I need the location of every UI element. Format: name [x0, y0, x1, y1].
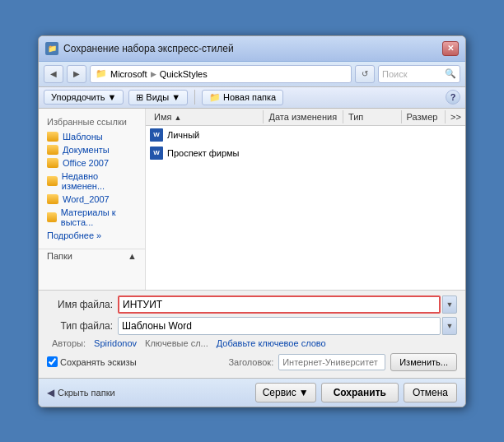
new-folder-button[interactable]: 📁 Новая папка	[202, 90, 283, 105]
authors-label: Авторы:	[52, 338, 86, 348]
hide-folders-label: Скрыть папки	[58, 388, 115, 398]
folder-icon	[47, 145, 58, 155]
column-header-date[interactable]: Дата изменения	[264, 110, 343, 123]
new-folder-label: Новая папка	[223, 92, 276, 102]
thumbnails-checkbox[interactable]	[47, 356, 58, 367]
filename-row: Имя файла: ▼	[47, 295, 457, 314]
folder-icon	[47, 158, 58, 168]
folder-icon	[47, 132, 58, 142]
word-icon: W	[150, 128, 163, 142]
cancel-button[interactable]: Отмена	[404, 383, 457, 402]
back-button[interactable]: ◀	[44, 65, 63, 83]
heading-input[interactable]	[278, 354, 385, 370]
sidebar-item-recent[interactable]: Недавно изменен...	[39, 170, 145, 193]
service-arrow-icon: ▼	[299, 387, 309, 398]
breadcrumb-separator: ▶	[151, 70, 156, 78]
sort-icon: ▲	[175, 114, 182, 122]
refresh-button[interactable]: ↺	[355, 65, 375, 83]
sidebar-item-templates[interactable]: Шаблоны	[39, 130, 145, 143]
bottom-section: Имя файла: ▼ Тип файла: ▼ Авторы: Spirid…	[39, 290, 465, 378]
save-button[interactable]: Сохранить	[321, 383, 399, 402]
file-list-header: Имя ▲ Дата изменения Тип Размер >>	[146, 109, 465, 126]
search-box[interactable]: Поиск 🔍	[378, 65, 460, 83]
file-name: Личный	[167, 130, 291, 140]
folders-label: Папки	[47, 251, 72, 261]
help-button[interactable]: ?	[446, 90, 460, 105]
hide-folders-btn[interactable]: ◀ Скрыть папки	[47, 387, 115, 398]
forward-button[interactable]: ▶	[67, 65, 86, 83]
organize-arrow-icon: ▼	[107, 92, 116, 102]
new-folder-icon: 📁	[209, 92, 221, 103]
nav-toolbar: ◀ ▶ 📁 Microsoft ▶ QuickStyles ↺ Поиск 🔍	[39, 62, 465, 87]
filename-label: Имя файла:	[47, 299, 113, 310]
change-button[interactable]: Изменить...	[390, 353, 457, 371]
filename-dropdown-arrow[interactable]: ▼	[442, 295, 457, 314]
column-header-name[interactable]: Имя ▲	[149, 110, 264, 123]
folder-icon: 📁	[96, 68, 107, 79]
save-dialog: 📁 Сохранение набора экспресс-стилей ✕ ◀ …	[38, 35, 466, 407]
search-icon: 🔍	[445, 68, 456, 79]
sidebar-item-label: Недавно изменен...	[62, 171, 137, 191]
heading-label: Заголовок:	[228, 357, 273, 367]
options-row: Сохранять эскизы Заголовок: Изменить...	[47, 351, 457, 373]
keywords-link[interactable]: Добавьте ключевое слово	[217, 338, 326, 348]
sidebar-item-office2007[interactable]: Office 2007	[39, 156, 145, 170]
sidebar-item-documents[interactable]: Документы	[39, 143, 145, 156]
authors-value[interactable]: Spiridonov	[94, 338, 137, 348]
folders-arrow-icon: ▲	[128, 251, 137, 261]
file-icon: W	[149, 147, 164, 160]
column-header-size[interactable]: Размер	[402, 110, 446, 123]
views-button[interactable]: ⊞ Виды ▼	[128, 90, 188, 105]
sidebar-item-label: Word_2007	[63, 194, 110, 204]
filetype-dropdown-arrow[interactable]: ▼	[442, 317, 457, 335]
footer: ◀ Скрыть папки Сервис ▼ Сохранить Отмена	[39, 378, 465, 407]
breadcrumb-root: Microsoft	[110, 69, 147, 79]
service-button[interactable]: Сервис ▼	[255, 383, 316, 402]
thumbnails-checkbox-label[interactable]: Сохранять эскизы	[47, 356, 137, 367]
filetype-input-wrap: ▼	[118, 317, 457, 335]
views-arrow-icon: ▼	[171, 92, 180, 102]
column-header-more[interactable]: >>	[446, 110, 462, 123]
breadcrumb[interactable]: 📁 Microsoft ▶ QuickStyles	[90, 65, 352, 83]
file-list-area: Имя ▲ Дата изменения Тип Размер >>	[146, 109, 465, 290]
toolbar-divider	[194, 90, 195, 105]
meta-row: Авторы: Spiridonov Ключевые сл... Добавь…	[47, 338, 457, 348]
footer-actions: Сервис ▼ Сохранить Отмена	[255, 383, 457, 402]
sidebar-item-word2007[interactable]: Word_2007	[39, 193, 145, 206]
service-label: Сервис	[263, 387, 296, 398]
file-name: Проспект фирмы	[167, 148, 291, 158]
column-header-type[interactable]: Тип	[343, 110, 402, 123]
sidebar-item-label: Материалы к выста...	[61, 207, 137, 227]
filetype-label: Тип файла:	[47, 320, 113, 332]
views-icon: ⊞	[136, 92, 143, 103]
filetype-input[interactable]	[118, 317, 441, 335]
file-icon: W	[149, 128, 164, 142]
more-link[interactable]: Подробнее »	[39, 229, 145, 242]
sidebar-item-materials[interactable]: Материалы к выста...	[39, 206, 145, 229]
dialog-icon: 📁	[45, 42, 58, 55]
sidebar-item-label: Документы	[63, 145, 110, 155]
thumbnails-label: Сохранять эскизы	[60, 357, 137, 367]
file-item-lichny[interactable]: W Личный	[146, 126, 465, 144]
word-icon: W	[150, 147, 163, 160]
hide-folders-icon: ◀	[47, 387, 54, 398]
sidebar-heading: Избранные ссылки	[39, 114, 145, 130]
views-label: Виды	[146, 92, 169, 102]
filename-input[interactable]	[118, 295, 441, 314]
folder-icon	[47, 176, 58, 186]
close-button[interactable]: ✕	[442, 41, 459, 56]
dialog-title: Сохранение набора экспресс-стилей	[63, 43, 234, 54]
organize-button[interactable]: Упорядочить ▼	[44, 90, 124, 105]
folder-icon	[47, 194, 58, 204]
breadcrumb-child: QuickStyles	[160, 69, 208, 79]
sidebar-item-label: Шаблоны	[63, 132, 103, 142]
file-item-prospekt[interactable]: W Проспект фирмы	[146, 144, 465, 162]
filetype-row: Тип файла: ▼	[47, 317, 457, 335]
organize-label: Упорядочить	[51, 92, 105, 102]
sidebar: Избранные ссылки Шаблоны Документы Offic…	[39, 109, 146, 290]
keywords-label: Ключевые сл...	[145, 338, 208, 348]
folders-section[interactable]: Папки ▲	[39, 249, 145, 263]
filename-input-wrap: ▼	[118, 295, 457, 314]
action-toolbar: Упорядочить ▼ ⊞ Виды ▼ 📁 Новая папка ?	[39, 87, 465, 109]
main-area: Избранные ссылки Шаблоны Документы Offic…	[39, 109, 465, 290]
